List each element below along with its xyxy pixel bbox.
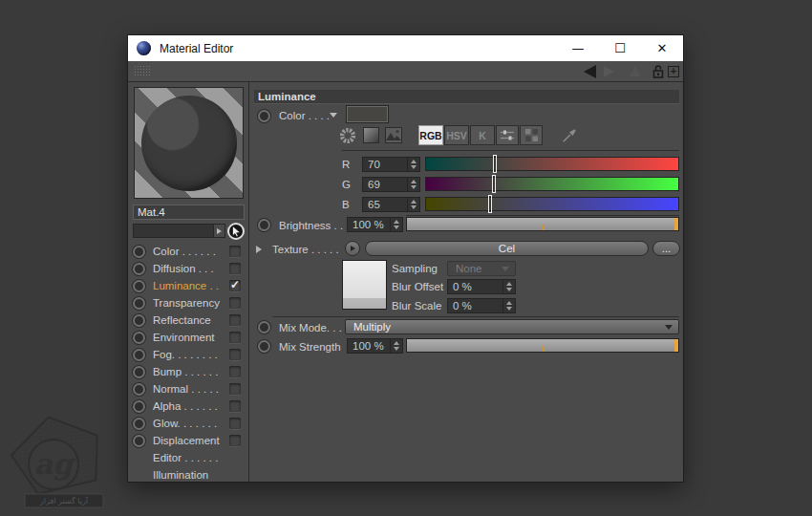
rgb-value-field[interactable]: 70 [362,157,420,172]
mix-strength-value-field[interactable]: 100 % [347,338,403,354]
channel-row[interactable]: Environment✓ [128,329,249,346]
channel-radio[interactable] [133,297,145,310]
rgb-gradient-slider[interactable] [425,157,679,171]
mixer-icon[interactable] [496,125,519,145]
gradient-icon[interactable] [362,127,379,144]
slider-handle[interactable] [674,218,678,230]
slider-handle[interactable] [674,339,678,352]
titlebar[interactable]: Material Editor — ☐ ✕ [128,35,683,61]
channel-row[interactable]: Normal . . . . .✓ [128,380,249,398]
channel-row[interactable]: Illumination✓ [128,466,249,484]
add-icon[interactable]: + [668,66,679,77]
channel-checkbox[interactable]: ✓ [229,263,241,274]
rgb-value-field[interactable]: 69 [362,177,420,192]
channel-row[interactable]: Glow. . . . . . .✓ [128,415,249,432]
rgb-gradient-slider[interactable] [425,197,679,211]
channel-checkbox[interactable]: ✓ [229,418,241,429]
rgb-gradient-slider[interactable] [425,177,679,191]
channel-checkbox[interactable]: ✓ [229,366,241,377]
spinner-icon[interactable] [502,280,515,293]
channel-row[interactable]: Luminance . .✓ [128,277,249,294]
texture-shader-button[interactable]: Cel [365,241,649,256]
shader-link-dropdown[interactable] [214,224,225,238]
channel-checkbox[interactable]: ✓ [229,246,241,257]
channel-checkbox[interactable]: ✓ [229,435,241,446]
brightness-slider[interactable] [406,217,679,231]
color-wheel-icon[interactable] [339,127,356,144]
blur-scale-field[interactable]: 0 % [447,298,516,313]
slider-handle[interactable] [488,195,492,213]
color-swatch[interactable] [347,106,388,122]
channel-checkbox[interactable]: ✓ [229,349,241,360]
brightness-radio[interactable] [258,219,270,231]
channel-row[interactable]: Diffusion . . .✓ [128,260,249,277]
brightness-value-field[interactable]: 100 % [347,217,403,232]
channel-label: Bump . . . . . . [153,366,218,377]
mix-strength-slider[interactable] [406,338,679,353]
channel-radio[interactable] [133,435,145,447]
channel-row[interactable]: Editor . . . . . .✓ [128,449,249,466]
rgb-mode-button[interactable]: RGB [418,125,443,145]
channel-row[interactable]: Reflectance✓ [128,312,249,329]
color-label: Color . . . . [279,110,330,121]
channel-row[interactable]: Alpha . . . . . .✓ [128,398,249,415]
channel-checkbox[interactable]: ✓ [229,383,241,395]
channel-checkbox[interactable]: ✓ [229,400,241,412]
image-icon[interactable] [385,127,402,144]
spinner-icon[interactable] [407,198,419,211]
mix-strength-radio[interactable] [258,340,270,353]
slider-handle[interactable] [493,155,497,173]
channel-checkbox[interactable]: ✓ [229,314,241,326]
texture-arrow-button[interactable] [345,241,360,256]
blur-offset-field[interactable]: 0 % [447,279,516,294]
spinner-icon[interactable] [407,158,419,171]
channel-row[interactable]: Color . . . . . .✓ [128,243,249,260]
channel-radio[interactable] [133,246,145,258]
drag-grip[interactable] [134,65,150,77]
shader-link-input[interactable] [133,224,214,238]
channel-radio[interactable] [133,332,145,344]
maximize-button[interactable]: ☐ [599,35,641,61]
channel-radio[interactable] [133,400,145,413]
channel-radio[interactable] [133,280,145,292]
mix-mode-radio[interactable] [258,321,270,333]
swatches-icon[interactable] [520,125,543,145]
slider-handle[interactable] [492,175,496,193]
spinner-icon[interactable] [390,339,402,353]
color-radio[interactable] [258,110,270,122]
channel-radio[interactable] [133,418,145,430]
lock-icon[interactable] [652,65,664,78]
channel-checkbox[interactable]: ✓ [229,297,241,309]
channel-radio[interactable] [133,366,145,378]
channel-radio[interactable] [133,263,145,275]
color-dropdown-icon[interactable] [330,113,337,118]
channel-row[interactable]: Bump . . . . . .✓ [128,363,249,380]
hsv-mode-button[interactable]: HSV [444,125,469,145]
channel-checkbox[interactable]: ✓ [229,280,241,291]
mix-mode-dropdown[interactable]: Multiply [345,319,679,334]
spinner-icon[interactable] [390,218,402,231]
rgb-value-field[interactable]: 65 [362,197,420,212]
channel-row[interactable]: Transparency✓ [128,294,249,312]
spinner-icon[interactable] [407,178,419,191]
history-back-icon[interactable] [584,65,596,78]
channel-radio[interactable] [133,314,145,327]
channel-label: Editor . . . . . . [153,452,218,463]
texture-expander-icon[interactable] [256,246,262,253]
close-button[interactable]: ✕ [641,35,683,61]
texture-browse-button[interactable]: ... [652,241,680,256]
channel-radio[interactable] [133,349,145,361]
pick-cursor-button[interactable] [227,223,245,240]
material-name-input[interactable]: Mat.4 [133,204,245,220]
channel-checkbox[interactable]: ✓ [229,332,241,343]
eyedropper-icon[interactable] [561,127,578,144]
channel-row[interactable]: Displacement✓ [128,432,249,449]
k-mode-button[interactable]: K [470,125,495,145]
texture-thumbnail[interactable] [342,260,387,310]
minimize-button[interactable]: — [557,35,599,61]
channel-row[interactable]: Fog. . . . . . . .✓ [128,346,249,363]
spinner-icon[interactable] [502,299,515,312]
channel-radio[interactable] [133,383,145,396]
material-preview[interactable] [134,87,244,199]
watermark-caption: آریا گستر افزار [39,496,89,505]
